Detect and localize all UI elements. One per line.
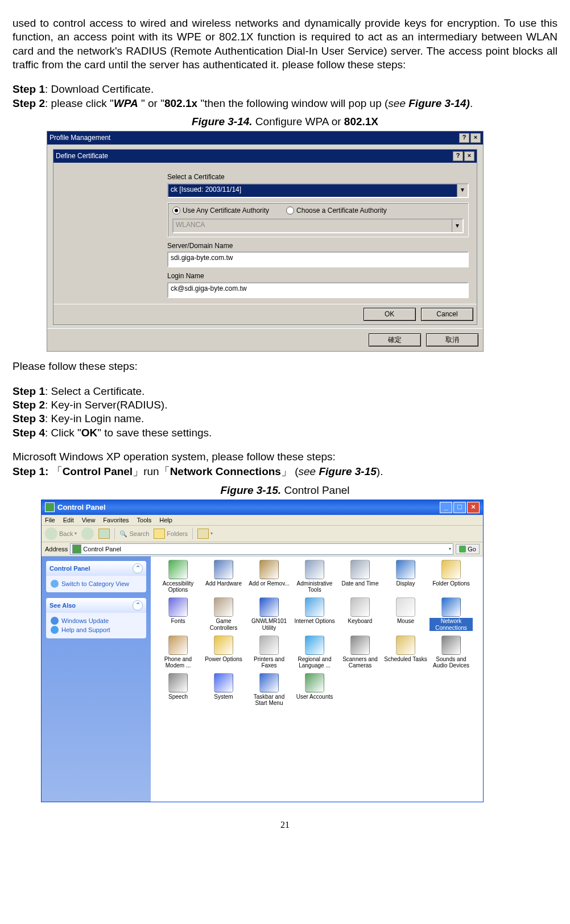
cp-item[interactable]: Accessibility Options bbox=[156, 560, 200, 594]
cp-item[interactable]: GNWLMR101 Utility bbox=[247, 597, 291, 632]
cp-item[interactable]: Sounds and Audio Devices bbox=[429, 636, 473, 670]
cp-item[interactable]: Scanners and Cameras bbox=[338, 636, 382, 670]
back-button[interactable]: Back ▾ bbox=[45, 527, 77, 540]
cp-item[interactable]: Taskbar and Start Menu bbox=[247, 673, 291, 707]
minimize-button[interactable]: _ bbox=[440, 502, 452, 513]
cancel2-button[interactable]: 取消 bbox=[426, 333, 478, 346]
radio-choose-ca[interactable]: Choose a Certificate Authority bbox=[286, 207, 387, 215]
dropdown-arrow-icon[interactable]: ▼ bbox=[457, 184, 468, 197]
cancel-button[interactable]: Cancel bbox=[421, 308, 473, 321]
cp-item[interactable]: Mouse bbox=[384, 597, 427, 632]
b-step4-t1: : Click " bbox=[45, 427, 81, 439]
cp-item-icon bbox=[168, 673, 188, 692]
see-also-link[interactable]: Windows Update bbox=[51, 617, 142, 625]
cp-item[interactable]: System bbox=[202, 673, 245, 707]
cp-item[interactable]: Printers and Faxes bbox=[247, 636, 291, 670]
see-also-link[interactable]: Help and Support bbox=[51, 626, 142, 634]
dropdown-arrow-icon[interactable]: ▾ bbox=[449, 546, 451, 552]
fig314-label: Figure 3-14. bbox=[192, 116, 253, 127]
cp-item[interactable]: Date and Time bbox=[338, 560, 382, 594]
cp-item[interactable]: User Accounts bbox=[293, 673, 336, 707]
step2-see: see bbox=[388, 97, 408, 109]
inner-titlebar: Define Certificate ? × bbox=[53, 150, 477, 163]
b-step4-ok: OK bbox=[81, 427, 98, 439]
step2-8021x: 802.1x bbox=[164, 97, 197, 109]
menu-item-tools[interactable]: Tools bbox=[137, 516, 152, 524]
collapse-icon[interactable]: ⌃ bbox=[133, 563, 143, 574]
up-button[interactable] bbox=[98, 529, 110, 539]
address-field[interactable]: Control Panel ▾ bbox=[70, 543, 453, 555]
cp-item-icon bbox=[259, 597, 279, 617]
help-button[interactable]: ? bbox=[453, 151, 463, 161]
cp-item[interactable]: Folder Options bbox=[429, 560, 473, 594]
folders-button[interactable]: Folders bbox=[154, 529, 188, 539]
cp-item-icon bbox=[441, 636, 461, 655]
close-button[interactable]: × bbox=[464, 151, 474, 161]
step2-wpa: WPA bbox=[114, 97, 138, 109]
cp-menubar: FileEditViewFavoritesToolsHelp bbox=[42, 515, 483, 526]
cp-item[interactable]: Phone and Modem ... bbox=[156, 636, 200, 670]
ca-combobox[interactable]: WLANCA ▼ bbox=[172, 218, 464, 233]
close-button[interactable]: × bbox=[470, 133, 481, 143]
cp-item-label: Keyboard bbox=[348, 618, 373, 625]
switch-view-icon bbox=[51, 580, 59, 588]
cp-item-icon bbox=[350, 597, 370, 617]
cp-item[interactable]: Add or Remov... bbox=[247, 560, 291, 594]
radio-use-any-ca[interactable]: Use Any Certificate Authority bbox=[172, 207, 269, 215]
server-name-input[interactable]: sdi.giga-byte.com.tw bbox=[167, 251, 469, 267]
step2-label: Step 2 bbox=[13, 97, 45, 109]
go-label: Go bbox=[468, 545, 476, 553]
c-step1-see: see bbox=[299, 465, 319, 477]
search-button[interactable]: 🔍Search bbox=[119, 530, 149, 538]
menu-item-help[interactable]: Help bbox=[159, 516, 172, 524]
cp-item[interactable]: Internet Options bbox=[293, 597, 336, 632]
cp-item[interactable]: Keyboard bbox=[338, 597, 382, 632]
cp-item[interactable]: Scheduled Tasks bbox=[384, 636, 427, 670]
ok-button[interactable]: OK bbox=[364, 308, 416, 321]
switch-category-view-link[interactable]: Switch to Category View bbox=[51, 580, 142, 588]
step2-figref: Figure 3-14) bbox=[408, 97, 470, 109]
cp-item[interactable]: Regional and Language ... bbox=[293, 636, 336, 670]
cp-item[interactable]: Administrative Tools bbox=[293, 560, 336, 594]
cp-item-label: Regional and Language ... bbox=[293, 656, 336, 669]
dropdown-arrow-icon[interactable]: ▾ bbox=[75, 531, 77, 537]
icon-grid: Accessibility OptionsAdd HardwareAdd or … bbox=[156, 560, 477, 707]
sidebar-cp-title: Control Panel bbox=[49, 564, 90, 572]
cp-item[interactable]: Display bbox=[384, 560, 427, 594]
cp-item[interactable]: Fonts bbox=[156, 597, 200, 632]
forward-button[interactable] bbox=[81, 527, 94, 540]
link-icon bbox=[51, 617, 59, 625]
cp-item-icon bbox=[259, 560, 279, 579]
go-button[interactable]: Go bbox=[456, 544, 480, 554]
cp-item[interactable]: Add Hardware bbox=[202, 560, 245, 594]
certificate-combobox[interactable]: ck [Issued: 2003/11/14] ▼ bbox=[167, 183, 469, 198]
fig315-title: Control Panel bbox=[281, 484, 349, 496]
menu-item-file[interactable]: File bbox=[45, 516, 55, 524]
dropdown-arrow-icon[interactable]: ▾ bbox=[210, 531, 213, 537]
figure-3-14-caption: Figure 3-14. Configure WPA or 802.1X bbox=[13, 115, 557, 129]
b-step4-t2: " to save these settings. bbox=[97, 427, 212, 439]
menu-item-view[interactable]: View bbox=[82, 516, 96, 524]
menu-item-favorites[interactable]: Favorites bbox=[103, 516, 129, 524]
cp-item[interactable]: Speech bbox=[156, 673, 200, 707]
page-number: 21 bbox=[13, 819, 557, 831]
cp-item-label: Internet Options bbox=[294, 618, 334, 625]
help-button[interactable]: ? bbox=[459, 133, 469, 143]
close-button[interactable]: × bbox=[467, 502, 480, 513]
dropdown-arrow-icon[interactable]: ▼ bbox=[452, 220, 462, 232]
b-step3-label: Step 3 bbox=[13, 412, 45, 424]
cp-item-icon bbox=[396, 560, 415, 579]
maximize-button[interactable]: □ bbox=[453, 502, 466, 513]
cp-item[interactable]: Network Connections bbox=[429, 597, 473, 632]
views-button[interactable]: ▾ bbox=[197, 529, 213, 539]
menu-item-edit[interactable]: Edit bbox=[63, 516, 74, 524]
collapse-icon[interactable]: ⌃ bbox=[133, 600, 143, 610]
step1-line: Step 1: Download Certificate. bbox=[13, 82, 557, 96]
cp-item[interactable]: Power Options bbox=[202, 636, 245, 670]
cp-titlebar: Control Panel _ □ × bbox=[42, 500, 483, 515]
cp-item[interactable]: Game Controllers bbox=[202, 597, 245, 632]
confirm-button[interactable]: 確定 bbox=[369, 333, 421, 346]
step2-t2: " or " bbox=[138, 97, 164, 109]
login-name-input[interactable]: ck@sdi.giga-byte.com.tw bbox=[167, 282, 469, 298]
cp-item-label: Add or Remov... bbox=[249, 580, 290, 587]
